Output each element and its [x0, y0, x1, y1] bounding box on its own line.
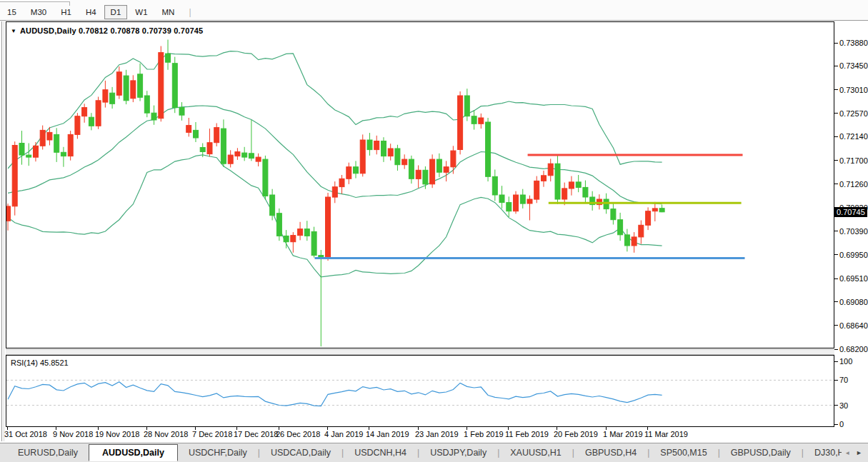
candle-body-bear [172, 64, 177, 108]
current-price-badge: 0.70745 [834, 207, 867, 217]
timeframe-button-m30[interactable]: M30 [24, 5, 53, 19]
candle-body-bear [151, 113, 156, 120]
candle-body-bear [472, 116, 477, 124]
candle-body-bear [437, 159, 442, 172]
time-axis-label: 9 Nov 2018 [53, 430, 93, 438]
price-axis-label: 0.68200 [839, 345, 868, 353]
chevron-down-icon: ▼ [11, 28, 16, 34]
price-axis[interactable]: 0.70745 0.738800.734500.730100.725700.72… [834, 21, 868, 427]
price-tick [834, 160, 838, 161]
candle-body-bear [659, 209, 664, 212]
timeframe-button-h4[interactable]: H4 [79, 5, 103, 19]
tab-usdjpy-daily[interactable]: USDJPY,Daily [419, 445, 497, 461]
candle-body-bear [304, 229, 309, 236]
price-tick [834, 113, 838, 114]
timeframe-buttons: 15M30H1H4D1W1MN| [0, 4, 196, 20]
candle-body-bull [235, 152, 240, 156]
rsi-axis-label: 70 [839, 376, 848, 384]
timeframe-button-mn[interactable]: MN [156, 5, 181, 19]
candle-body-bear [138, 74, 143, 98]
candle-body-bear [54, 134, 59, 152]
tab-xauusd-h1[interactable]: XAUUSD,H1 [499, 445, 572, 461]
candle-body-bull [542, 176, 547, 181]
candle-body-bull [339, 179, 344, 186]
candle-body-bull [116, 72, 121, 96]
tab-usdcad-daily[interactable]: USDCAD,Daily [260, 445, 341, 461]
rsi-tick [834, 405, 838, 406]
candle-body-bull [96, 101, 101, 126]
tab-eurusd-daily[interactable]: EURUSD,Daily [7, 445, 89, 461]
candle-body-bear [624, 235, 629, 246]
price-tick [834, 349, 838, 350]
price-tick [834, 43, 838, 44]
price-tick [834, 184, 838, 184]
time-axis-label: 11 Feb 2019 [505, 430, 549, 438]
candle-body-bull [527, 199, 532, 204]
candle-body-bull [458, 96, 463, 150]
candle-body-bear [110, 93, 115, 104]
timeframe-button-15[interactable]: 15 [1, 5, 23, 19]
candle-body-bear [200, 148, 205, 152]
candle-body-bear [381, 141, 386, 156]
price-axis-label: 0.72140 [839, 132, 868, 141]
time-axis-label: 1 Feb 2019 [464, 430, 504, 438]
chart-tab-bar: EURUSD,DailyAUDUSD,DailyUSDCHF,Daily|USD… [0, 443, 868, 462]
panel-splitter[interactable] [6, 349, 834, 355]
rsi-axis-label: 0 [839, 420, 844, 428]
candle-body-bull [479, 118, 484, 124]
candle-body-bull [430, 159, 435, 184]
candle-body-bear [270, 195, 275, 216]
rsi-indicator-panel[interactable]: RSI(14) 45.8521 [6, 355, 834, 427]
price-tick [834, 254, 838, 255]
candle-body-bull [639, 225, 644, 237]
candle-body-bull [228, 155, 233, 164]
candles-layer [6, 40, 664, 347]
candle-body-bull [416, 170, 421, 179]
candle-body-bull [12, 146, 17, 206]
tab-dj30-h4[interactable]: DJ30,H4 [804, 445, 842, 461]
candle-body-bear [409, 159, 414, 179]
candle-body-bull [326, 197, 331, 257]
candle-body-bear [242, 153, 247, 157]
price-axis-label: 0.73450 [839, 61, 868, 70]
time-axis-label: 28 Nov 2018 [144, 430, 188, 438]
time-axis[interactable]: 31 Oct 20189 Nov 201819 Nov 201828 Nov 2… [6, 427, 834, 442]
candle-body-bear [492, 176, 497, 195]
tab-gbpusd-h4[interactable]: GBPUSD,H4 [574, 445, 647, 461]
candle-body-bear [284, 236, 289, 241]
tab-sp500-m15[interactable]: SP500,M15 [649, 445, 717, 461]
rsi-tick [834, 380, 838, 381]
bollinger-upper-band [8, 51, 662, 169]
tab-usdcnh-h4[interactable]: USDCNH,H4 [344, 445, 417, 461]
candle-body-bull [548, 164, 553, 176]
candle-body-bull [374, 141, 379, 150]
timeframe-button-w1[interactable]: W1 [129, 5, 154, 19]
candle-body-bear [354, 167, 359, 174]
time-axis-label: 17 Dec 2018 [234, 430, 278, 438]
candle-body-bear [89, 117, 94, 126]
tab-usdchf-daily[interactable]: USDCHF,Daily [178, 445, 258, 461]
scroll-tabs-right-icon[interactable]: ► [856, 449, 862, 456]
rsi-chart-surface[interactable] [6, 356, 834, 426]
timeframe-button-d1[interactable]: D1 [104, 5, 128, 19]
time-axis-label: 7 Dec 2018 [192, 430, 232, 438]
candle-body-bear [311, 231, 316, 255]
price-tick [834, 325, 838, 326]
scroll-tabs-left-icon[interactable]: ◄ [844, 450, 850, 456]
candle-body-bull [103, 90, 108, 102]
price-chart-panel[interactable]: ▼ AUDUSD,Daily 0.70812 0.70878 0.70739 0… [6, 21, 834, 348]
candle-body-bear [194, 130, 199, 138]
candlestick-chart-surface[interactable] [6, 22, 834, 348]
tab-audusd-daily[interactable]: AUDUSD,Daily [89, 444, 178, 461]
candle-body-bear [423, 170, 428, 184]
tab-gbpusd-daily[interactable]: GBPUSD,Daily [720, 445, 802, 461]
candle-body-bull [186, 126, 191, 133]
price-tick [834, 66, 838, 66]
candle-body-bull [47, 132, 52, 140]
price-tick [834, 231, 838, 231]
candle-body-bear [499, 195, 504, 203]
candle-body-bear [166, 54, 171, 62]
terminal-window: 15M30H1H4D1W1MN| ▼ AUDUSD,Daily 0.70812 … [0, 0, 868, 462]
timeframe-button-h1[interactable]: H1 [54, 5, 78, 19]
candle-body-bear [611, 209, 616, 220]
